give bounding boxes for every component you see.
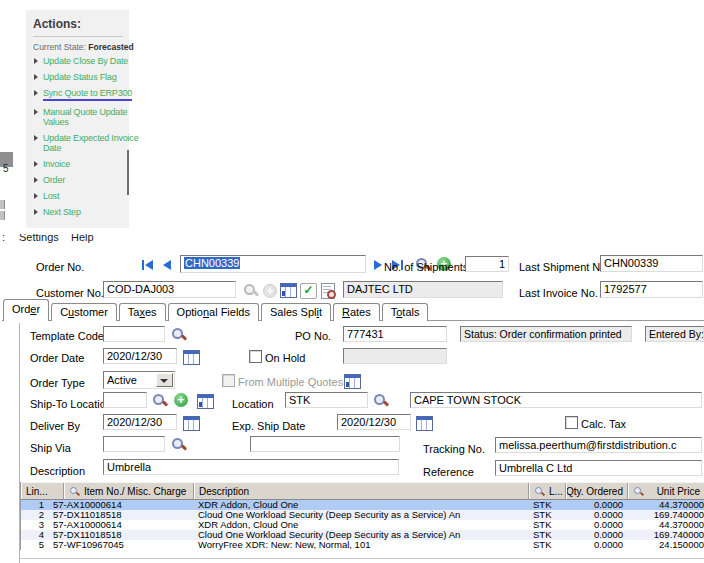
ship-via-finder-icon[interactable] [171, 437, 187, 452]
action-item[interactable]: Update Expected InvoiceDate [33, 133, 125, 153]
order-type-label: Order Type [30, 377, 85, 389]
grid-cell-item: 57-WF10967045 [46, 540, 194, 550]
action-item[interactable]: Update Close By Date [33, 56, 125, 66]
po-no-input[interactable]: 777431 [343, 326, 447, 342]
grid-header: Lin...Item No./ Misc. ChargeDescriptionL… [21, 482, 704, 500]
new-customer-icon[interactable]: + [263, 284, 277, 298]
from-multiple-quotes-checkbox[interactable] [222, 374, 235, 387]
location-finder-icon[interactable] [373, 393, 389, 408]
grid-cell-loc: STK [529, 500, 566, 510]
quotes-drilldown-icon[interactable] [344, 374, 361, 389]
nav-prev-button[interactable] [163, 257, 171, 272]
table-row[interactable]: 157-AX10000614XDR Addon, Cloud OneSTK0.0… [21, 500, 704, 510]
grid-col-label: Unit Price [657, 486, 700, 497]
customer-no-input[interactable]: COD-DAJ003 [103, 281, 236, 298]
table-row[interactable]: 557-WF10967045WorryFree XDR: New: New, N… [21, 540, 704, 550]
action-bullet-icon [34, 109, 38, 115]
tab-optional-fields[interactable]: Optional Fields [168, 303, 259, 321]
ship-to-finder-icon[interactable] [152, 393, 168, 408]
action-item[interactable]: Update Status Flag [33, 72, 125, 82]
order-date-calendar-icon[interactable] [183, 350, 200, 365]
tab-rates[interactable]: Rates [333, 303, 380, 321]
chevron-down-icon[interactable] [156, 373, 173, 387]
grid-cell-qty: 0.0000 [566, 510, 628, 520]
action-item[interactable]: Order [33, 175, 125, 185]
menu-prefix: : [2, 234, 5, 243]
table-row[interactable]: 257-DX11018518Cloud One Workload Securit… [21, 510, 704, 520]
tab-taxes[interactable]: Taxes [119, 303, 166, 321]
action-item-label: Update Close By Date [43, 56, 128, 66]
ship-via-name [250, 436, 400, 452]
action-item-label: Order [43, 175, 65, 185]
grid-cell-num: 5 [21, 540, 46, 550]
last-invoice-value: 1792577 [600, 281, 703, 298]
order-no-input[interactable]: CHN00339 [180, 255, 366, 273]
actions-list: Update Close By DateUpdate Status FlagSy… [33, 56, 125, 223]
location-input[interactable]: STK [285, 392, 368, 408]
description-input[interactable]: Umbrella [103, 459, 399, 475]
order-no-label: Order No. [36, 261, 84, 273]
table-row[interactable]: 357-AX10000614XDR Addon, Cloud OneSTK0.0… [21, 520, 704, 530]
actions-scrollbar[interactable] [127, 150, 129, 195]
calc-tax-checkbox[interactable] [565, 416, 578, 429]
template-finder-icon[interactable] [171, 327, 187, 342]
ship-via-input[interactable] [103, 436, 165, 452]
on-hold-checkbox[interactable] [249, 350, 262, 363]
exp-ship-input[interactable]: 2020/12/30 [337, 414, 411, 430]
action-item[interactable]: Manual Quote UpdateValues [33, 107, 125, 127]
exp-ship-calendar-icon[interactable] [416, 416, 433, 431]
reference-input[interactable]: Umbrella C Ltd [495, 460, 702, 476]
grid-col-l-[interactable]: L... [529, 483, 566, 499]
action-item[interactable]: Invoice [33, 159, 125, 169]
menu-settings[interactable]: Settings [19, 234, 59, 243]
actions-divider [33, 36, 123, 37]
order-type-select[interactable]: Active [103, 371, 175, 389]
ship-to-drilldown-icon[interactable] [197, 394, 214, 409]
tab-customer[interactable]: Customer [51, 303, 117, 321]
grid-col-label: Description [199, 486, 249, 497]
template-code-input[interactable] [103, 326, 165, 342]
new-ship-to-icon[interactable]: + [174, 393, 188, 407]
grid-col-qty-ordered[interactable]: Qty. Ordered [566, 483, 628, 499]
action-item[interactable]: Lost [33, 191, 125, 201]
location-label: Location [232, 398, 274, 410]
order-date-input[interactable]: 2020/12/30 [103, 348, 177, 364]
deliver-by-input[interactable]: 2020/12/30 [103, 414, 177, 430]
tab-sales-split[interactable]: Sales Split [261, 303, 331, 321]
customer-preview-icon[interactable] [321, 283, 335, 299]
deliver-by-calendar-icon[interactable] [183, 416, 200, 431]
customer-drilldown-icon[interactable] [280, 283, 297, 298]
action-bullet-icon [34, 193, 38, 199]
grid-cell-item: 57-AX10000614 [46, 520, 194, 530]
table-row[interactable]: 457-DX11018518Cloud One Workload Securit… [21, 530, 704, 540]
nav-next-button[interactable] [374, 257, 382, 272]
action-item[interactable]: Next Step [33, 207, 125, 217]
action-bullet-icon [34, 90, 38, 96]
actions-title: Actions: [33, 17, 81, 31]
grid-col-description[interactable]: Description [194, 483, 529, 499]
location-name: CAPE TOWN STOCK [410, 392, 702, 408]
grid-col-item-no-misc-charge[interactable]: Item No./ Misc. Charge [64, 483, 194, 499]
screen: Actions: Current State: Forecasted Updat… [0, 0, 704, 563]
menu-help[interactable]: Help [71, 234, 94, 243]
customer-finder-icon[interactable] [243, 283, 259, 298]
from-multiple-quotes-label: From Multiple Quotes [238, 376, 343, 388]
order-lines-grid: Lin...Item No./ Misc. ChargeDescriptionL… [20, 482, 704, 550]
tab-totals[interactable]: Totals [382, 303, 429, 321]
action-item[interactable]: Sync Quote to ERP300 [33, 88, 125, 101]
tab-order[interactable]: Order [3, 299, 49, 321]
template-code-label: Template Code [30, 330, 104, 342]
grid-col-lin-[interactable]: Lin... [21, 483, 64, 499]
nav-first-button[interactable] [141, 257, 153, 272]
tracking-no-input[interactable]: melissa.peerthum@firstdistribution.c [495, 437, 702, 453]
background-window-fragment [0, 200, 5, 209]
description-label: Description [30, 465, 85, 477]
exp-ship-label: Exp. Ship Date [232, 420, 305, 432]
last-shipment-value: CHN00339 [600, 255, 703, 272]
grid-col-unit-price[interactable]: Unit Price [628, 483, 704, 499]
grid-cell-loc: STK [529, 510, 566, 520]
grid-col-label: Lin... [26, 486, 48, 497]
customer-name-value: DAJTEC LTD [343, 281, 503, 298]
credit-check-icon[interactable]: ✓ [300, 283, 317, 299]
ship-to-input[interactable] [103, 392, 147, 408]
